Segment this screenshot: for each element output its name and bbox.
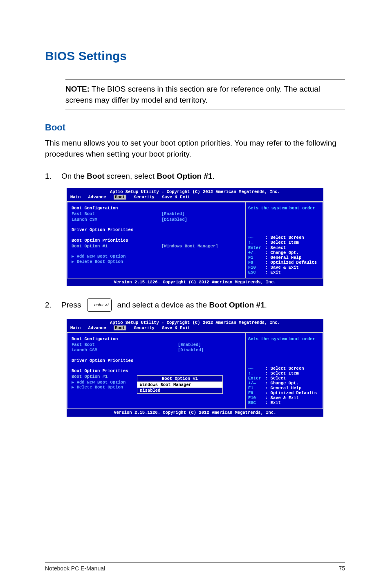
bios-fast-boot-value: [Enabled] (161, 211, 185, 217)
bios-key-updown-text: : Select Item (265, 240, 299, 245)
bios-help-text: Sets the system boot order (248, 206, 320, 211)
bios-tab-security: Security (134, 325, 154, 330)
triangle-icon: ▶ (72, 254, 77, 259)
bios-screenshot-1: Aptio Setup Utility - Copyright (C) 2012… (67, 188, 323, 286)
footer-page-number: 75 (338, 565, 345, 572)
bios-key-plusminus-text: : Change Opt. (265, 381, 299, 386)
bios-key-enter-text: : Select (265, 245, 286, 250)
bios-screenshot-2: Aptio Setup Utility - Copyright (C) 2012… (67, 319, 323, 417)
step-2-number: 2. (45, 301, 57, 310)
bios-key-arrows-text: : Select Screen (265, 235, 304, 240)
step-1-text-c: screen, select (105, 172, 157, 180)
step-2: 2. Press enter↵ and select a device as t… (45, 298, 345, 312)
bios-menu-bar: Main Advance Boot Security Save & Exit (67, 194, 323, 201)
enter-keycap-icon: enter↵ (87, 298, 112, 312)
bios-key-updown: ↑↓ (248, 240, 265, 245)
bios-fast-boot-label: Fast Boot (72, 342, 178, 348)
bios-boot-configuration-label: Boot Configuration (72, 337, 118, 342)
bios-boot-option-priorities-label: Boot Option Priorities (72, 238, 128, 244)
bios-key-plusminus: +/— (248, 381, 265, 386)
bios-right-panel: Sets the system boot order →←: Select Sc… (245, 202, 323, 278)
bios-launch-csm-value: [Disabled] (161, 217, 187, 223)
bios-key-f1-text: : General Help (265, 386, 301, 391)
step-1-bold-option: Boot Option #1 (157, 172, 212, 180)
triangle-icon: ▶ (72, 385, 77, 390)
bios-add-new-boot-option: Add New Boot Option (77, 380, 126, 385)
step-1: 1. On the Boot screen, select Boot Optio… (45, 172, 345, 181)
note-block: NOTE: The BIOS screens in this section a… (65, 79, 345, 110)
bios-key-f1-text: : General Help (265, 255, 301, 260)
step-1-text-a: On the (61, 172, 87, 180)
bios-key-enter-text: : Select (265, 376, 286, 381)
bios-boot-option-1-label: Boot Option #1 (72, 244, 161, 249)
bios-tab-boot: Boot (114, 325, 126, 330)
bios-key-f10-text: : Save & Exit (265, 395, 299, 400)
bios-key-plusminus-text: : Change Opt. (265, 250, 299, 255)
bios-title-bar: Aptio Setup Utility - Copyright (C) 2012… (67, 319, 323, 325)
bios-footer: Version 2.15.1226. Copyright (C) 2012 Am… (67, 409, 323, 416)
triangle-icon: ▶ (72, 380, 77, 385)
note-text: The BIOS screens in this section are for… (65, 85, 320, 104)
bios-tab-security: Security (134, 195, 154, 200)
bios-tab-advance: Advance (88, 195, 106, 200)
bios-key-esc: ESC (248, 270, 265, 275)
bios-key-updown-text: : Select Item (265, 371, 299, 376)
bios-driver-option-priorities-label: Driver Option Priorities (72, 227, 133, 233)
bios-tab-main: Main (70, 195, 81, 200)
bios-left-panel: Boot Configuration Fast Boot [Enabled] L… (67, 333, 245, 409)
bios-boot-option-popup: Boot Option #1 Windows Boot Manager Disa… (137, 375, 223, 394)
bios-key-arrows-text: : Select Screen (265, 366, 304, 371)
step-1-bold-boot: Boot (87, 172, 104, 180)
bios-key-esc-text: : Exit (265, 400, 281, 405)
bios-driver-option-priorities-label: Driver Option Priorities (72, 358, 133, 364)
bios-launch-csm-value: [Disabled] (178, 348, 204, 353)
heading-bios-settings: BIOS Settings (45, 49, 345, 63)
page-footer: Notebook PC E-Manual 75 (45, 562, 345, 572)
step-2-text-d: . (265, 301, 267, 309)
bios-delete-boot-option: Delete Boot Option (77, 259, 123, 264)
bios-key-f9: F9 (248, 391, 265, 395)
bios-key-f9-text: : Optimized Defaults (265, 260, 317, 265)
bios-launch-csm-label: Launch CSM (72, 217, 161, 223)
bios-popup-option-disabled: Disabled (137, 388, 222, 393)
bios-delete-boot-option: Delete Boot Option (77, 385, 123, 390)
bios-tab-main: Main (70, 325, 81, 330)
bios-key-f1: F1 (248, 255, 265, 260)
bios-fast-boot-value: [Enabled] (178, 342, 201, 348)
bios-key-enter: Enter (248, 245, 265, 250)
bios-tab-save-exit: Save & Exit (162, 195, 190, 200)
bios-popup-option-windows: Windows Boot Manager (137, 382, 222, 388)
bios-boot-configuration-label: Boot Configuration (72, 206, 118, 211)
bios-launch-csm-label: Launch CSM (72, 348, 178, 353)
heading-boot: Boot (45, 122, 345, 133)
bios-key-arrows: →← (248, 366, 265, 371)
bios-key-updown: ↑↓ (248, 371, 265, 376)
bios-key-arrows: →← (248, 235, 265, 240)
bios-add-new-boot-option: Add New Boot Option (77, 254, 126, 259)
bios-key-f9-text: : Optimized Defaults (265, 391, 317, 395)
step-1-text-e: . (213, 172, 215, 180)
footer-doc-title: Notebook PC E-Manual (45, 565, 105, 572)
note-label: NOTE: (65, 85, 90, 93)
bios-key-plusminus: +/— (248, 250, 265, 255)
bios-key-f10-text: : Save & Exit (265, 265, 299, 270)
bios-key-f10: F10 (248, 265, 265, 270)
intro-paragraph: This menu allows you to set your boot op… (45, 138, 345, 159)
bios-tab-save-exit: Save & Exit (162, 325, 190, 330)
bios-fast-boot-label: Fast Boot (72, 211, 161, 217)
bios-footer: Version 2.15.1226. Copyright (C) 2012 Am… (67, 278, 323, 286)
bios-popup-title: Boot Option #1 (137, 376, 222, 382)
bios-help-text: Sets the system boot order (248, 337, 320, 341)
bios-left-panel: Boot Configuration Fast Boot [Enabled] L… (67, 202, 245, 278)
bios-menu-bar: Main Advance Boot Security Save & Exit (67, 325, 323, 332)
step-2-text-b: and select a device as the (117, 301, 209, 309)
bios-boot-option-priorities-label: Boot Option Priorities (72, 368, 128, 374)
bios-boot-option-1-value: [Windows Boot Manager] (161, 244, 218, 249)
bios-key-f9: F9 (248, 260, 265, 265)
bios-key-esc-text: : Exit (265, 270, 281, 275)
bios-key-f10: F10 (248, 395, 265, 400)
bios-key-esc: ESC (248, 400, 265, 405)
bios-right-panel: Sets the system boot order →←: Select Sc… (245, 333, 323, 409)
bios-key-f1: F1 (248, 386, 265, 391)
step-2-bold-option: Boot Option #1 (209, 301, 265, 309)
